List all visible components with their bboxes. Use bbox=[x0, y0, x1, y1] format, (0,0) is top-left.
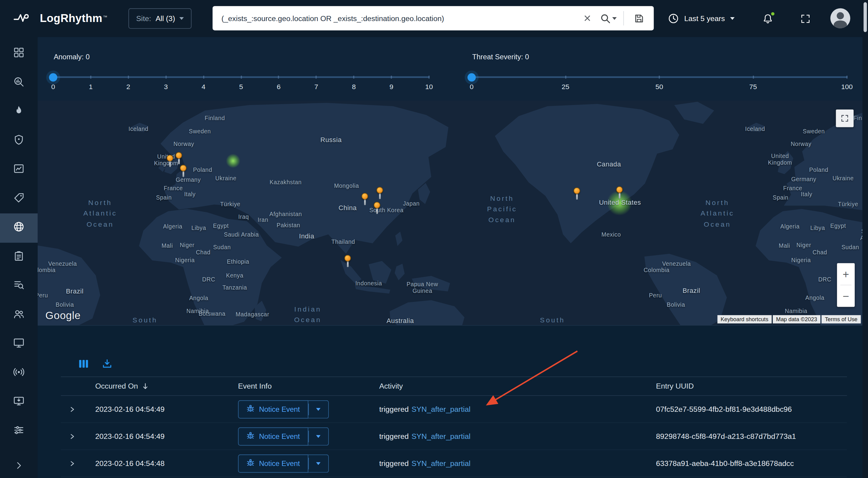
map-label: Sudan bbox=[841, 244, 859, 250]
map-label: Chad bbox=[812, 249, 827, 255]
row-expand-button[interactable] bbox=[61, 405, 76, 413]
map-label: Indonesia bbox=[355, 280, 382, 286]
sidebar-item-reports[interactable] bbox=[0, 155, 38, 184]
map-label: DRC bbox=[202, 276, 215, 283]
logrhythm-app: LogRhythm™ Site: All (3) Last 5 years bbox=[0, 0, 868, 478]
activity-text: triggered bbox=[379, 405, 409, 413]
sidebar-item-agents[interactable] bbox=[0, 330, 38, 358]
sidebar-item-tag[interactable] bbox=[0, 184, 38, 213]
bug-icon bbox=[246, 404, 255, 414]
map-label: Italy bbox=[184, 191, 195, 198]
map-pin[interactable] bbox=[616, 186, 623, 200]
google-logo[interactable]: Google bbox=[45, 310, 81, 322]
map-pin[interactable] bbox=[180, 165, 187, 178]
column-header-occurred-on[interactable]: Occurred On bbox=[95, 382, 238, 390]
notice-event-dropdown[interactable] bbox=[308, 400, 329, 418]
top-bar: LogRhythm™ Site: All (3) Last 5 years bbox=[0, 0, 868, 37]
main-content: Anomaly: 0 012345678910 Threat Severity:… bbox=[38, 37, 863, 478]
scrollbar-thumb[interactable] bbox=[864, 2, 867, 32]
map-pin[interactable] bbox=[574, 187, 580, 201]
entry-uuid-value: 63378a91-aeba-41b0-bff8-a3e18678adcc bbox=[656, 459, 847, 468]
map-pin[interactable] bbox=[167, 155, 173, 168]
chevron-down-icon bbox=[180, 17, 184, 20]
column-header-activity[interactable]: Activity bbox=[379, 382, 656, 390]
map-pin[interactable] bbox=[176, 152, 182, 165]
filter-sliders: Anomaly: 0 012345678910 Threat Severity:… bbox=[38, 37, 863, 101]
export-button[interactable] bbox=[102, 358, 113, 369]
activity-link[interactable]: SYN_after_partial bbox=[411, 459, 470, 468]
users-icon bbox=[13, 308, 25, 322]
map-pin[interactable] bbox=[374, 202, 380, 215]
column-picker-button[interactable] bbox=[79, 359, 89, 369]
user-avatar[interactable] bbox=[830, 8, 850, 28]
zoom-out-button[interactable]: − bbox=[837, 285, 855, 307]
settings-icon bbox=[13, 424, 25, 438]
map-label: Bolivia bbox=[56, 301, 74, 308]
map-label: Kazakhstan bbox=[270, 178, 302, 185]
activity-text: triggered bbox=[379, 459, 409, 468]
notifications-button[interactable] bbox=[762, 0, 774, 37]
map-label: Mexico bbox=[601, 231, 621, 238]
sidebar-item-deployment[interactable] bbox=[0, 388, 38, 417]
fullscreen-button[interactable] bbox=[800, 0, 811, 37]
keyboard-shortcuts-link[interactable]: Keyboard shortcuts bbox=[717, 315, 772, 323]
map-label: Peru bbox=[38, 292, 48, 299]
clear-search-button[interactable] bbox=[577, 8, 598, 28]
map-label: Germany bbox=[176, 176, 201, 183]
terms-of-use-link[interactable]: Terms of Use bbox=[822, 315, 861, 323]
shield-icon bbox=[13, 134, 25, 148]
map-zoom-control: + − bbox=[837, 263, 855, 307]
sidebar-item-list-search[interactable] bbox=[0, 272, 38, 300]
save-search-button[interactable] bbox=[628, 8, 650, 28]
sidebar-item-network-monitor[interactable] bbox=[0, 358, 38, 387]
activity-link[interactable]: SYN_after_partial bbox=[411, 405, 470, 413]
map-pin[interactable] bbox=[361, 193, 368, 206]
search-submit-button[interactable] bbox=[598, 8, 619, 28]
map-label: Nigeria bbox=[791, 257, 811, 263]
row-expand-button[interactable] bbox=[61, 433, 76, 440]
sidebar-item-settings[interactable] bbox=[0, 417, 38, 445]
sidebar-item-threat[interactable] bbox=[0, 97, 38, 126]
map-pin[interactable] bbox=[344, 255, 351, 268]
sidebar-item-globe[interactable] bbox=[0, 213, 38, 242]
map-label: Colombia bbox=[644, 266, 670, 273]
search-input[interactable] bbox=[213, 14, 577, 23]
sidebar-item-cases[interactable] bbox=[0, 242, 38, 271]
column-header-entry-uuid[interactable]: Entry UUID bbox=[656, 382, 847, 390]
zoom-in-button[interactable]: + bbox=[837, 263, 855, 285]
sidebar-item-users[interactable] bbox=[0, 300, 38, 329]
anomaly-slider-label: Anomaly: 0 bbox=[54, 53, 90, 61]
notice-event-dropdown[interactable] bbox=[308, 454, 329, 473]
map-label: Poland bbox=[809, 166, 828, 173]
site-selector[interactable]: Site: All (3) bbox=[128, 8, 192, 29]
sidebar-item-shield[interactable] bbox=[0, 127, 38, 155]
map-label: France bbox=[783, 184, 802, 191]
search-icon bbox=[600, 13, 611, 24]
notice-event-button[interactable]: Notice Event bbox=[238, 427, 308, 445]
map-label: United Kingdom bbox=[768, 152, 792, 166]
logo-text: LogRhythm bbox=[40, 12, 102, 24]
notice-event-button[interactable]: Notice Event bbox=[238, 400, 308, 418]
column-header-event-info[interactable]: Event Info bbox=[238, 382, 379, 390]
map-label: DRC bbox=[818, 276, 831, 283]
download-icon bbox=[102, 358, 113, 369]
sort-descending-icon bbox=[141, 382, 150, 390]
page-scrollbar[interactable] bbox=[863, 0, 868, 478]
map-label: Algeria bbox=[780, 223, 800, 229]
logrhythm-logo[interactable]: LogRhythm™ bbox=[13, 0, 107, 37]
row-expand-button[interactable] bbox=[61, 459, 76, 467]
notice-event-button[interactable]: Notice Event bbox=[238, 454, 308, 473]
map-label: Mongolia bbox=[334, 182, 359, 189]
sidebar-item-analyze[interactable] bbox=[0, 68, 38, 97]
sidebar-item-dashboard[interactable] bbox=[0, 39, 38, 68]
time-range-selector[interactable]: Last 5 years bbox=[668, 0, 734, 37]
map-fullscreen-button[interactable] bbox=[836, 109, 854, 127]
anomaly-slider-handle[interactable] bbox=[49, 73, 58, 81]
map-pin[interactable] bbox=[376, 187, 383, 200]
entry-uuid-value: 07fc52e7-5599-4fb2-bf81-9e3d488dbc96 bbox=[656, 405, 847, 413]
geo-map[interactable]: IcelandFinlandSwedenNorwayRussiaUnited K… bbox=[38, 101, 863, 325]
sidebar-expand-button[interactable] bbox=[0, 458, 38, 474]
activity-link[interactable]: SYN_after_partial bbox=[411, 432, 470, 440]
notice-event-dropdown[interactable] bbox=[308, 427, 329, 445]
map-label: Japan bbox=[403, 200, 420, 207]
